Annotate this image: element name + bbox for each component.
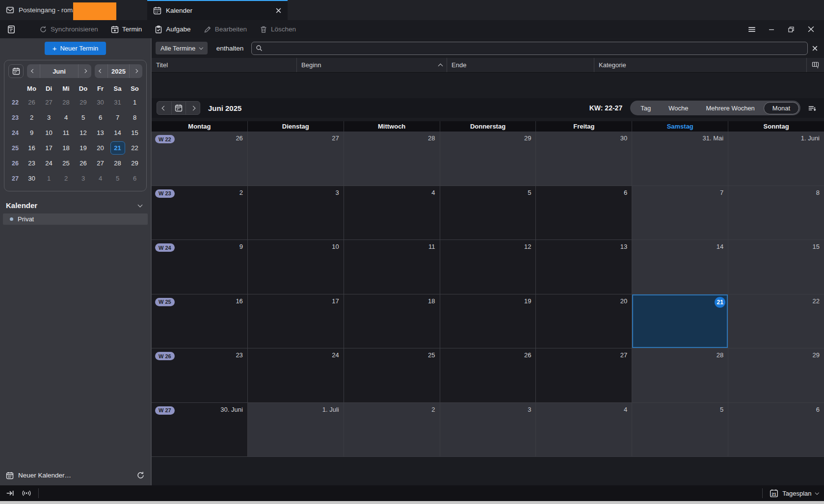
week-number-badge[interactable]: W 25 [155,298,175,306]
day-cell[interactable]: 24 [248,348,344,403]
minical-day[interactable]: 11 [57,126,75,139]
minical-prev-month-button[interactable] [27,64,40,78]
day-cell[interactable]: 29 [728,348,824,403]
minical-day[interactable]: 3 [40,111,57,124]
minical-prev-year-button[interactable] [95,64,108,78]
minical-day[interactable]: 8 [126,111,143,124]
minical-day[interactable]: 30 [92,96,109,109]
app-menu-icon[interactable] [744,22,760,37]
minical-day[interactable]: 10 [40,126,57,139]
minical-day[interactable]: 5 [75,111,92,124]
minical-day[interactable]: 29 [75,96,92,109]
calendar-list-item-privat[interactable]: Privat [3,213,148,225]
minical-day[interactable]: 4 [92,172,109,185]
dayplan-selector[interactable]: 21 Tagesplan [770,489,818,498]
day-cell[interactable]: W 2730. Juni [152,403,248,457]
day-cell[interactable]: 1. Juni [728,132,824,186]
day-cell[interactable]: 12 [440,240,536,294]
new-task-button[interactable]: Aufgabe [150,23,195,36]
day-cell[interactable]: 15 [728,240,824,294]
day-cell[interactable]: 2 [344,403,440,457]
new-calendar-button[interactable]: Neuer Kalender… [6,471,145,479]
day-cell[interactable]: 10 [248,240,344,294]
minical-day[interactable]: 26 [23,96,40,109]
day-cell[interactable]: 22 [728,294,824,349]
new-event-primary-button[interactable]: + Neuer Termin [45,42,106,55]
network-status-icon[interactable] [22,489,31,498]
minical-day[interactable]: 19 [75,141,92,155]
day-cell[interactable]: 27 [248,132,344,186]
folder-pane-toggle-icon[interactable] [5,23,18,36]
day-cell[interactable]: W 249 [152,240,248,294]
day-cell[interactable]: W 2516 [152,294,248,349]
event-search-field[interactable] [251,42,808,55]
minical-day[interactable]: 5 [109,172,126,185]
day-cell[interactable]: 17 [248,294,344,349]
minical-day[interactable]: 30 [23,172,40,185]
day-cell[interactable]: 7 [632,186,728,240]
day-cell[interactable]: 27 [536,348,632,403]
minical-day[interactable]: 18 [57,141,75,155]
rotate-view-icon[interactable] [807,104,816,112]
view-monat-button[interactable]: Monat [764,102,799,114]
minical-day[interactable]: 22 [126,141,143,155]
sync-button[interactable]: Synchronisieren [34,23,103,36]
minical-day[interactable]: 20 [92,141,109,155]
minical-day[interactable]: 25 [57,157,75,170]
new-event-button[interactable]: Termin [106,23,147,36]
day-cell[interactable]: W 2226 [152,132,248,186]
goto-pane-icon[interactable] [6,489,15,498]
day-cell[interactable]: 3 [440,403,536,457]
minical-day[interactable]: 28 [109,157,126,170]
minical-day[interactable]: 23 [23,157,40,170]
column-titel[interactable]: Titel [152,58,297,72]
refresh-icon[interactable] [136,471,145,479]
day-cell[interactable]: 25 [344,348,440,403]
day-cell[interactable]: 5 [440,186,536,240]
day-cell[interactable]: 1. Juli [248,403,344,457]
day-cell[interactable]: 3 [248,186,344,240]
day-cell[interactable]: 6 [536,186,632,240]
day-cell[interactable]: 13 [536,240,632,294]
week-number-badge[interactable]: W 26 [155,352,175,360]
minical-day[interactable]: 24 [40,157,57,170]
day-cell[interactable]: 11 [344,240,440,294]
go-to-today-button[interactable] [171,102,186,114]
day-cell[interactable]: 19 [440,294,536,349]
view-woche-button[interactable]: Woche [660,102,697,114]
day-cell[interactable]: 21 [632,294,728,349]
delete-button[interactable]: Löschen [255,23,301,36]
day-cell[interactable]: 28 [632,348,728,403]
minical-day[interactable]: 2 [57,172,75,185]
calendar-list-heading[interactable]: Kalender [6,201,145,210]
minical-day[interactable]: 6 [92,111,109,124]
minical-day[interactable]: 4 [57,111,75,124]
day-cell[interactable]: 8 [728,186,824,240]
minical-day[interactable]: 6 [126,172,143,185]
day-cell[interactable]: 4 [344,186,440,240]
next-month-button[interactable] [186,102,200,114]
minical-day[interactable]: 28 [57,96,75,109]
minical-day[interactable]: 29 [126,157,143,170]
day-cell[interactable]: 28 [344,132,440,186]
week-number-badge[interactable]: W 24 [155,243,175,252]
tab-posteingang[interactable]: Posteingang - roman [0,0,143,20]
close-icon[interactable] [275,7,282,14]
day-cell[interactable]: 5 [632,403,728,457]
minical-day[interactable]: 3 [75,172,92,185]
day-cell[interactable]: 4 [536,403,632,457]
minical-day[interactable]: 1 [40,172,57,185]
minical-next-month-button[interactable] [78,64,91,78]
day-cell[interactable]: 18 [344,294,440,349]
day-cell[interactable]: 20 [536,294,632,349]
week-number-badge[interactable]: W 23 [155,189,175,198]
minical-day[interactable]: 9 [23,126,40,139]
minical-day[interactable]: 26 [75,157,92,170]
event-list-empty[interactable] [152,73,824,98]
view-mehrere-wochen-button[interactable]: Mehrere Wochen [697,102,763,114]
close-window-icon[interactable] [802,22,819,37]
minical-day[interactable]: 27 [40,96,57,109]
column-picker-icon[interactable] [806,58,820,72]
event-filter-dropdown[interactable]: Alle Termine [156,42,208,54]
week-number-badge[interactable]: W 22 [155,135,175,143]
